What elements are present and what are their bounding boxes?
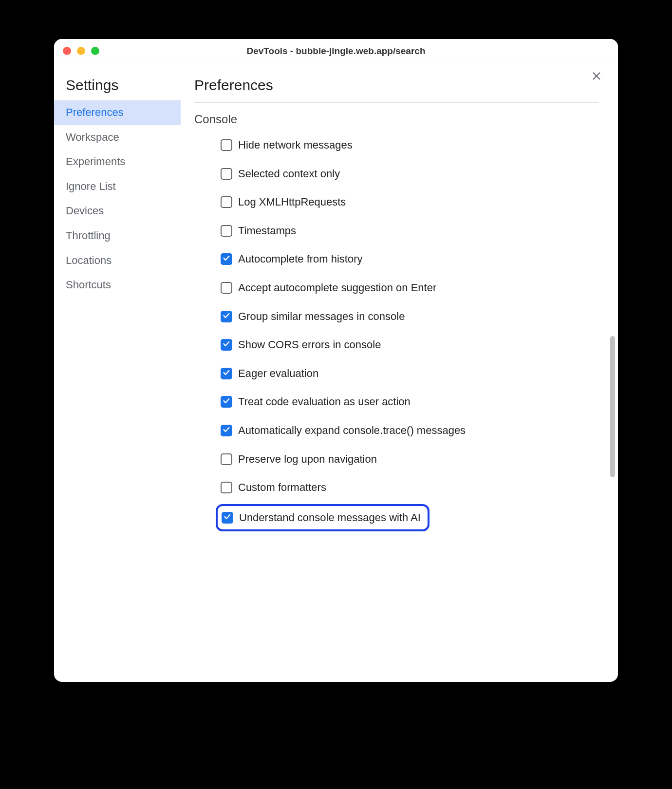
sidebar-item-label: Devices [66,205,104,217]
page-title: Preferences [194,77,598,103]
sidebar: Settings PreferencesWorkspaceExperiments… [54,63,181,682]
option-label: Treat code evaluation as user action [238,395,411,409]
option-label: Hide network messages [238,138,353,152]
option-row[interactable]: Hide network messages [221,131,584,160]
option-row[interactable]: Treat code evaluation as user action [221,388,584,416]
option-checkbox[interactable] [221,482,232,493]
checkmark-icon [224,513,231,523]
options-list: Hide network messagesSelected context on… [194,131,598,531]
option-checkbox[interactable] [221,282,232,294]
sidebar-item-label: Ignore List [66,180,116,192]
window-title: DevTools - bubble-jingle.web.app/search [54,46,618,56]
sidebar-item-experiments[interactable]: Experiments [54,150,181,174]
option-checkbox[interactable] [221,196,232,208]
option-label: Timestamps [238,224,296,238]
option-label: Preserve log upon navigation [238,452,377,467]
option-row[interactable]: Timestamps [221,217,584,245]
option-label: Autocomplete from history [238,252,363,266]
checkmark-icon [223,254,230,264]
option-checkbox[interactable] [221,339,232,351]
option-checkbox[interactable] [221,168,232,180]
sidebar-item-label: Experiments [66,155,125,168]
checkmark-icon [223,340,230,350]
sidebar-item-label: Preferences [66,106,124,118]
option-row[interactable]: Autocomplete from history [221,245,584,274]
sidebar-item-label: Workspace [66,131,119,143]
option-row[interactable]: Eager evaluation [221,359,584,388]
option-checkbox[interactable] [221,368,232,379]
settings-close-button[interactable] [590,70,603,84]
option-checkbox[interactable] [221,425,232,436]
sidebar-item-devices[interactable]: Devices [54,199,181,224]
sidebar-item-ignore-list[interactable]: Ignore List [54,174,181,199]
option-checkbox[interactable] [221,396,232,408]
scrollbar-thumb[interactable] [610,336,615,477]
window-close-button[interactable] [63,47,71,55]
option-label: Custom formatters [238,481,326,495]
scrollbar-track[interactable] [609,102,616,677]
sidebar-item-preferences[interactable]: Preferences [54,100,181,125]
traffic-lights [63,47,99,55]
devtools-window: DevTools - bubble-jingle.web.app/search … [54,39,618,682]
option-checkbox[interactable] [221,225,232,237]
window-minimize-button[interactable] [77,47,85,55]
sidebar-title: Settings [54,77,181,100]
sidebar-item-label: Locations [66,254,112,266]
option-checkbox[interactable] [221,311,232,322]
window-zoom-button[interactable] [91,47,99,55]
option-checkbox[interactable] [222,512,233,524]
option-row[interactable]: Automatically expand console.trace() mes… [221,416,584,445]
checkmark-icon [223,312,230,321]
option-label: Eager evaluation [238,367,318,381]
sidebar-item-locations[interactable]: Locations [54,248,181,273]
checkmark-icon [223,369,230,378]
option-row[interactable]: Accept autocomplete suggestion on Enter [221,274,584,302]
titlebar: DevTools - bubble-jingle.web.app/search [54,39,618,63]
sidebar-item-shortcuts[interactable]: Shortcuts [54,273,181,298]
option-row[interactable]: Show CORS errors in console [221,331,584,359]
option-label: Understand console messages with AI [239,511,421,525]
sidebar-item-workspace[interactable]: Workspace [54,125,181,150]
option-row[interactable]: Group similar messages in console [221,302,584,331]
option-row[interactable]: Understand console messages with AI [216,504,429,532]
sidebar-item-label: Shortcuts [66,279,111,291]
sidebar-item-label: Throttling [66,229,111,242]
option-checkbox[interactable] [221,139,232,151]
option-row[interactable]: Preserve log upon navigation [221,445,584,474]
checkmark-icon [223,397,230,407]
option-label: Group similar messages in console [238,310,405,324]
main-panel: Preferences Console Hide network message… [181,63,618,682]
sidebar-item-throttling[interactable]: Throttling [54,224,181,248]
option-label: Selected context only [238,167,340,181]
content-area: Settings PreferencesWorkspaceExperiments… [54,63,618,682]
option-row[interactable]: Selected context only [221,160,584,188]
option-checkbox[interactable] [221,253,232,265]
option-label: Show CORS errors in console [238,338,381,352]
option-label: Accept autocomplete suggestion on Enter [238,281,436,295]
close-icon [591,71,602,83]
checkmark-icon [223,426,230,435]
option-checkbox[interactable] [221,453,232,465]
option-row[interactable]: Log XMLHttpRequests [221,188,584,217]
option-label: Automatically expand console.trace() mes… [238,424,466,438]
option-row[interactable]: Custom formatters [221,473,584,502]
option-label: Log XMLHttpRequests [238,195,346,209]
sidebar-items: PreferencesWorkspaceExperimentsIgnore Li… [54,100,181,298]
section-title: Console [194,103,598,131]
